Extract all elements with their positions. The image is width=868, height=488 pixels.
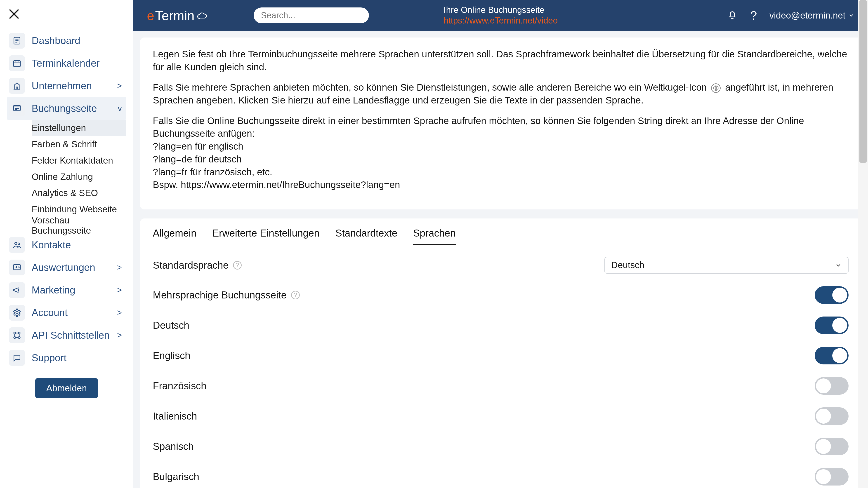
sidebar-item-reports[interactable]: Auswertungen >: [7, 256, 126, 279]
toggle-multilang[interactable]: [815, 286, 848, 304]
search-input[interactable]: [260, 10, 362, 21]
row-language: Bulgarisch: [153, 468, 848, 486]
tab-standardtexts[interactable]: Standardtexte: [336, 228, 397, 245]
tab-general[interactable]: Allgemein: [153, 228, 196, 245]
chevron-down-icon: [848, 12, 855, 19]
chevron-down-icon: v: [118, 104, 126, 113]
settings-list: Standardsprache ? Deutsch Mehrsprachige …: [140, 246, 861, 488]
svg-point-8: [18, 332, 20, 334]
help-icon[interactable]: ?: [750, 8, 757, 22]
toggle-language-fr[interactable]: [815, 377, 848, 395]
subnav-label: Online Zahlung: [32, 172, 93, 182]
sidebar-item-contacts[interactable]: Kontakte: [7, 234, 126, 256]
chevron-right-icon: >: [117, 263, 126, 272]
info-paragraph-1: Legen Sie fest ob Ihre Terminbuchungssei…: [153, 48, 848, 73]
subnav-label: Analytics & SEO: [32, 188, 98, 198]
toggle-language-it[interactable]: [815, 408, 848, 425]
svg-rect-5: [13, 265, 20, 270]
subnav-item-analytics[interactable]: Analytics & SEO: [32, 185, 126, 201]
svg-point-3: [15, 242, 17, 245]
sidebar-item-dashboard[interactable]: Dashboard: [7, 29, 126, 52]
scrollbar-thumb[interactable]: [860, 0, 867, 163]
label-text: Deutsch: [153, 320, 189, 331]
company-icon: [9, 78, 25, 94]
toggle-language-bg[interactable]: [815, 468, 848, 486]
sidebar-item-label: API Schnittstellen: [32, 330, 110, 341]
sidebar-item-label: Auswertungen: [32, 262, 95, 273]
chevron-down-icon: [835, 262, 842, 269]
subnav-item-preview[interactable]: Vorschau Buchungsseite: [32, 217, 126, 234]
default-language-select[interactable]: Deutsch: [604, 257, 848, 273]
logo-e: e: [147, 8, 154, 23]
help-icon[interactable]: ?: [291, 291, 300, 299]
logout-button[interactable]: Abmelden: [35, 378, 98, 398]
sidebar: Dashboard Terminkalender Unternehmen > B…: [0, 0, 133, 488]
row-language: Englisch: [153, 347, 848, 364]
subnav-label: Farben & Schrift: [32, 139, 97, 149]
user-email-text: video@etermin.net: [770, 10, 845, 21]
booking-page-link[interactable]: Ihre Online Buchungsseite https://www.eT…: [444, 5, 558, 26]
info-paragraph-3: Falls Sie die Online Buchungsseite direk…: [153, 115, 848, 191]
user-menu[interactable]: video@etermin.net: [770, 10, 855, 21]
toggle-language-de[interactable]: [815, 317, 848, 334]
svg-point-9: [14, 337, 16, 338]
toggle-language-en[interactable]: [815, 347, 848, 364]
info-paragraph-2: Falls Sie mehrere Sprachen anbieten möch…: [153, 81, 848, 107]
subnav-label: Einstellungen: [32, 123, 86, 133]
close-icon[interactable]: [8, 8, 20, 21]
row-language: Italienisch: [153, 408, 848, 425]
subnav-label: Vorschau Buchungsseite: [32, 215, 126, 236]
content-area: Legen Sie fest ob Ihre Terminbuchungssei…: [133, 31, 868, 488]
svg-point-6: [16, 312, 18, 314]
support-icon: [9, 350, 25, 366]
subnav-item-settings[interactable]: Einstellungen: [32, 120, 126, 136]
sidebar-item-account[interactable]: Account >: [7, 301, 126, 324]
sidebar-item-calendar[interactable]: Terminkalender: [7, 52, 126, 74]
info-panel: Legen Sie fest ob Ihre Terminbuchungssei…: [140, 37, 861, 209]
sidebar-nav: Dashboard Terminkalender Unternehmen > B…: [7, 29, 126, 398]
app-logo[interactable]: eTermin: [147, 8, 209, 23]
toggle-language-es[interactable]: [815, 437, 848, 455]
sidebar-item-company[interactable]: Unternehmen >: [7, 74, 126, 97]
sidebar-item-bookingpage[interactable]: Buchungsseite v: [7, 97, 126, 120]
subnav-label: Felder Kontaktdaten: [32, 156, 113, 166]
subnav-label: Einbindung Webseite: [32, 204, 117, 215]
select-value: Deutsch: [611, 260, 645, 270]
subnav-item-embed[interactable]: Einbindung Webseite: [32, 201, 126, 217]
subnav-item-contact-fields[interactable]: Felder Kontaktdaten: [32, 152, 126, 168]
row-default-language: Standardsprache ? Deutsch: [153, 257, 848, 273]
info-text: Falls Sie mehrere Sprachen anbieten möch…: [153, 82, 709, 93]
tab-advanced[interactable]: Erweiterte Einstellungen: [212, 228, 319, 245]
calendar-icon: [9, 55, 25, 71]
label-text: Spanisch: [153, 441, 194, 452]
svg-point-7: [14, 332, 16, 334]
sidebar-item-label: Account: [32, 307, 68, 318]
page-scrollbar[interactable]: [858, 0, 868, 488]
subnav-item-online-payment[interactable]: Online Zahlung: [32, 168, 126, 185]
svg-rect-1: [13, 61, 20, 67]
chevron-right-icon: >: [117, 330, 126, 340]
bell-icon[interactable]: [727, 9, 738, 22]
chevron-right-icon: >: [117, 308, 126, 318]
logo-text: Termin: [155, 8, 194, 23]
tab-languages[interactable]: Sprachen: [413, 228, 456, 245]
sidebar-item-label: Buchungsseite: [32, 103, 97, 114]
label-text: Standardsprache: [153, 260, 228, 271]
sidebar-subnav-bookingpage: Einstellungen Farben & Schrift Felder Ko…: [7, 120, 126, 234]
row-multilang: Mehrsprachige Buchungsseite ?: [153, 286, 848, 304]
label-text: Italienisch: [153, 411, 197, 422]
tabs: Allgemein Erweiterte Einstellungen Stand…: [140, 219, 861, 246]
booking-page-label: Ihre Online Buchungsseite: [444, 5, 558, 15]
sidebar-item-api[interactable]: API Schnittstellen >: [7, 324, 126, 347]
sidebar-item-label: Support: [32, 352, 66, 363]
sidebar-item-marketing[interactable]: Marketing >: [7, 279, 126, 301]
bookingpage-icon: [9, 101, 25, 116]
sidebar-item-support[interactable]: Support: [7, 347, 126, 369]
search-box[interactable]: [254, 7, 369, 23]
api-icon: [9, 327, 25, 343]
subnav-item-colors[interactable]: Farben & Schrift: [32, 136, 126, 152]
svg-point-10: [18, 337, 20, 338]
label-text: Englisch: [153, 350, 190, 361]
help-icon[interactable]: ?: [233, 261, 242, 269]
cloud-icon: [197, 8, 209, 23]
